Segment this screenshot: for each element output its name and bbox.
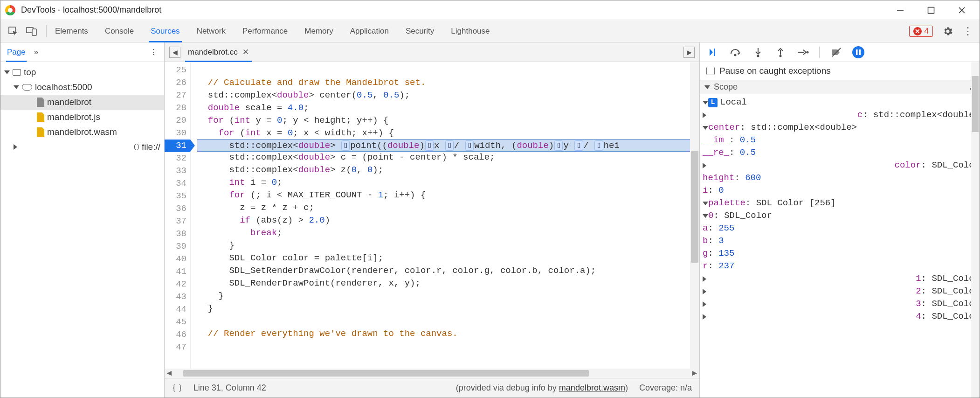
svg-point-12 xyxy=(780,55,782,57)
nav-back-icon[interactable]: ◀ xyxy=(169,47,180,58)
tab-memory[interactable]: Memory xyxy=(304,20,333,42)
cloud-icon xyxy=(22,84,32,91)
file-icon xyxy=(37,127,44,137)
step-into-icon[interactable] xyxy=(752,46,764,58)
scroll-thumb[interactable] xyxy=(972,76,979,132)
tree-file-mandelbrot-wasm[interactable]: mandelbrot.wasm xyxy=(0,125,164,140)
tree-label: mandelbrot.js xyxy=(47,112,100,122)
scope-label: Scope xyxy=(714,82,738,92)
resume-icon[interactable] xyxy=(707,46,719,58)
error-count: 4 xyxy=(925,27,929,36)
var-palette-1[interactable]: 1: SDL_Color xyxy=(703,272,980,285)
var-palette-0-g[interactable]: g: 135 xyxy=(703,247,980,260)
error-icon: ✕ xyxy=(913,27,922,35)
var-palette[interactable]: palette: SDL_Color [256] xyxy=(703,197,980,209)
code-content[interactable]: // Calculate and draw the Mandelbrot set… xyxy=(191,62,690,369)
tab-network[interactable]: Network xyxy=(197,20,226,42)
var-center-re[interactable]: __re_: 0.5 xyxy=(703,147,980,159)
tab-lighthouse[interactable]: Lighthouse xyxy=(451,20,490,42)
var-center[interactable]: center: std::complex<double> xyxy=(703,121,980,134)
tab-elements[interactable]: Elements xyxy=(55,20,88,42)
tree-file-scheme[interactable]: file:// xyxy=(0,140,164,154)
more-menu-icon[interactable]: ⋮ xyxy=(963,25,973,37)
file-icon xyxy=(37,98,44,107)
debugger-toolbar xyxy=(700,42,980,62)
step-over-icon[interactable] xyxy=(730,46,742,58)
sidebar-more-tabs-icon[interactable]: » xyxy=(34,48,38,57)
pause-exceptions-icon[interactable] xyxy=(852,46,864,58)
var-i[interactable]: i: 0 xyxy=(703,184,980,197)
step-out-icon[interactable] xyxy=(774,46,787,58)
chrome-icon xyxy=(5,5,15,15)
chevron-right-icon xyxy=(703,276,916,282)
tab-sources[interactable]: Sources xyxy=(151,20,179,42)
chevron-down-icon xyxy=(703,202,708,205)
var-palette-0[interactable]: 0: SDL_Color xyxy=(703,209,980,222)
vertical-scrollbar[interactable] xyxy=(690,62,699,369)
tree-label: top xyxy=(24,67,36,77)
editor-tab-mandelbrot-cc[interactable]: mandelbrot.cc ✕ xyxy=(186,42,251,62)
var-palette-0-a[interactable]: a: 255 xyxy=(703,222,980,235)
tree-host[interactable]: localhost:5000 xyxy=(0,80,164,95)
window-title: DevTools - localhost:5000/mandelbrot xyxy=(21,5,892,15)
tab-console[interactable]: Console xyxy=(105,20,134,42)
pretty-print-icon[interactable]: { } xyxy=(172,383,182,393)
device-toggle-icon[interactable] xyxy=(26,25,38,37)
scroll-left-icon[interactable]: ◄ xyxy=(165,369,174,378)
close-button[interactable] xyxy=(953,4,970,17)
var-palette-2[interactable]: 2: SDL_Color xyxy=(703,285,980,298)
nav-forward-icon[interactable]: ▶ xyxy=(683,47,695,58)
tree-file-mandelbrot[interactable]: mandelbrot xyxy=(0,95,164,110)
svg-rect-7 xyxy=(714,49,715,56)
svg-rect-6 xyxy=(32,29,36,35)
chevron-down-icon xyxy=(703,126,708,130)
scroll-thumb[interactable] xyxy=(183,370,589,377)
horizontal-scrollbar[interactable]: ◄ ► xyxy=(165,369,699,378)
tab-performance[interactable]: Performance xyxy=(242,20,288,42)
separator xyxy=(819,47,820,58)
sidebar-tab-page[interactable]: Page xyxy=(7,42,26,62)
inspect-icon[interactable] xyxy=(7,25,19,37)
settings-gear-icon[interactable] xyxy=(942,26,953,37)
panel-tabs: Elements Console Sources Network Perform… xyxy=(55,20,490,42)
chevron-right-icon xyxy=(14,144,131,150)
pause-on-caught-row[interactable]: Pause on caught exceptions xyxy=(700,62,980,80)
tree-file-mandelbrot-js[interactable]: mandelbrot.js xyxy=(0,110,164,125)
maximize-button[interactable] xyxy=(923,4,939,17)
chevron-right-icon xyxy=(703,301,916,307)
var-c[interactable]: c: std::complex<double> xyxy=(703,109,980,121)
var-palette-3[interactable]: 3: SDL_Color xyxy=(703,298,980,310)
step-icon[interactable] xyxy=(797,46,809,58)
var-palette-0-r[interactable]: r: 237 xyxy=(703,260,980,272)
chevron-down-icon xyxy=(704,85,710,89)
checkbox[interactable] xyxy=(706,67,715,75)
line-gutter[interactable]: 2526272829303132333435363738394041424344… xyxy=(165,62,191,369)
close-tab-icon[interactable]: ✕ xyxy=(242,47,249,57)
tree-label: mandelbrot.wasm xyxy=(47,127,117,137)
var-palette-0-b[interactable]: b: 3 xyxy=(703,235,980,247)
debugger-pane: Pause on caught exceptions Scope ▲ LLoca… xyxy=(700,42,980,398)
scope-local[interactable]: LLocal xyxy=(703,96,980,109)
sidebar-menu-icon[interactable]: ⋮ xyxy=(150,47,158,57)
code-area[interactable]: 2526272829303132333435363738394041424344… xyxy=(165,62,699,369)
scroll-thumb[interactable] xyxy=(691,151,698,263)
tree-label: mandelbrot xyxy=(47,97,91,107)
minimize-button[interactable] xyxy=(892,4,909,17)
svg-point-14 xyxy=(807,51,809,53)
var-color[interactable]: color: SDL_Color xyxy=(703,159,980,172)
error-count-badge[interactable]: ✕ 4 xyxy=(909,26,933,37)
tree-top[interactable]: top xyxy=(0,65,164,80)
svg-point-10 xyxy=(757,55,759,57)
scope-header[interactable]: Scope ▲ xyxy=(700,80,980,94)
wasm-link[interactable]: mandelbrot.wasm xyxy=(559,383,625,392)
scroll-right-icon[interactable]: ► xyxy=(690,369,699,378)
deactivate-breakpoints-icon[interactable] xyxy=(830,46,842,58)
file-icon xyxy=(37,112,44,122)
vertical-scrollbar[interactable] xyxy=(971,62,980,398)
var-center-im[interactable]: __im_: 0.5 xyxy=(703,134,980,147)
scope-tree[interactable]: LLocal c: std::complex<double> center: s… xyxy=(700,94,980,398)
tab-application[interactable]: Application xyxy=(350,20,389,42)
var-palette-4[interactable]: 4: SDL_Color xyxy=(703,310,980,323)
tab-security[interactable]: Security xyxy=(406,20,434,42)
var-height[interactable]: height: 600 xyxy=(703,172,980,184)
